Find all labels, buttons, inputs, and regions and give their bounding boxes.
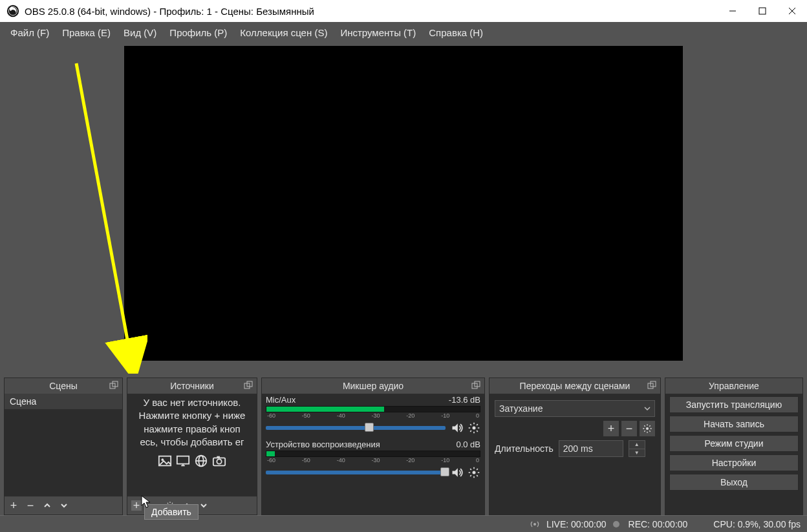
svg-point-33	[533, 523, 536, 526]
duration-spinner[interactable]: ▲▼	[629, 440, 645, 457]
scenes-toolbar: + −	[5, 496, 122, 515]
dock-mixer-title: Микшер аудио	[343, 381, 404, 391]
speaker-icon[interactable]	[451, 421, 464, 434]
menu-scene-collection[interactable]: Коллекция сцен (S)	[235, 25, 332, 41]
scene-remove-button[interactable]: −	[25, 500, 36, 511]
window-title: OBS 25.0.8 (64-bit, windows) - Профиль: …	[25, 6, 314, 17]
app-window: OBS 25.0.8 (64-bit, windows) - Профиль: …	[0, 0, 807, 532]
scene-add-button[interactable]: +	[8, 500, 19, 511]
popout-icon[interactable]	[471, 381, 480, 390]
menu-profile[interactable]: Профиль (P)	[164, 25, 232, 41]
dock-scenes: Сцены Сцена + −	[4, 378, 123, 515]
dock-transitions-header: Переходы между сценами	[490, 378, 660, 394]
sources-empty-help: У вас нет источников. Нажмите кнопку + н…	[127, 394, 257, 451]
transition-properties-button[interactable]	[640, 421, 655, 436]
dock-sources-title: Источники	[170, 381, 214, 391]
status-cpu: CPU: 0.9%, 30.00 fps	[713, 519, 801, 529]
svg-rect-3	[759, 8, 766, 14]
dock-transitions-title: Переходы между сценами	[520, 381, 630, 391]
popout-icon[interactable]	[244, 381, 253, 390]
menu-edit[interactable]: Правка (E)	[57, 25, 116, 41]
monitor-icon	[175, 454, 191, 468]
source-add-button[interactable]: +	[131, 500, 142, 511]
globe-icon	[193, 454, 209, 468]
sources-hint-icons	[127, 454, 257, 468]
svg-marker-26	[453, 423, 458, 432]
obs-logo-icon	[6, 5, 19, 17]
menu-tools[interactable]: Инструменты (T)	[335, 25, 421, 41]
mixer-channel-mic: Mic/Aux-13.6 dB -60-50-40-30-20-100	[262, 394, 484, 438]
docks-row: Сцены Сцена + − Источники У вас нет исто…	[0, 378, 807, 515]
status-rec: REC: 00:00:00	[629, 519, 688, 529]
popout-icon[interactable]	[647, 381, 656, 390]
start-recording-button[interactable]: Начать запись	[669, 416, 799, 432]
mixer-ticks: -60-50-40-30-20-100	[266, 457, 480, 463]
close-button[interactable]	[777, 0, 807, 22]
menubar: Файл (F) Правка (E) Вид (V) Профиль (P) …	[0, 22, 807, 43]
speaker-icon[interactable]	[451, 466, 464, 479]
svg-marker-28	[453, 468, 458, 476]
popout-icon[interactable]	[109, 381, 118, 390]
mixer-ch1-slider[interactable]	[266, 426, 446, 430]
menu-file[interactable]: Файл (F)	[5, 25, 54, 41]
dock-scenes-header: Сцены	[5, 378, 122, 394]
exit-button[interactable]: Выход	[669, 474, 799, 491]
svg-point-27	[473, 427, 476, 430]
sources-list[interactable]: У вас нет источников. Нажмите кнопку + н…	[127, 394, 257, 496]
cursor-icon	[141, 495, 153, 509]
mixer-ch1-name: Mic/Aux	[266, 395, 296, 405]
scene-down-button[interactable]	[59, 500, 69, 511]
dock-mixer-header: Микшер аудио	[262, 378, 484, 394]
svg-rect-14	[177, 456, 189, 464]
dock-scenes-title: Сцены	[49, 381, 78, 391]
menu-help[interactable]: Справка (H)	[424, 25, 488, 41]
transition-add-button[interactable]: +	[603, 421, 619, 436]
dock-mixer: Микшер аудио Mic/Aux-13.6 dB -60-50-40-3…	[261, 378, 485, 515]
dock-controls: Управление Запустить трансляцию Начать з…	[665, 378, 803, 515]
dock-transitions: Переходы между сценами Затухание + −	[489, 378, 661, 515]
image-icon	[157, 454, 173, 468]
mixer-ch2-meter	[266, 451, 480, 457]
broadcast-icon	[530, 519, 540, 529]
mixer-channel-desktop: Устройство воспроизведения0.0 dB -60-50-…	[262, 438, 484, 483]
menu-view[interactable]: Вид (V)	[118, 25, 162, 41]
mixer-ch1-db: -13.6 dB	[449, 395, 480, 405]
status-live: LIVE: 00:00:00	[546, 519, 607, 529]
chevron-down-icon	[644, 405, 651, 412]
maximize-button[interactable]	[748, 0, 777, 22]
duration-label: Длительность	[495, 443, 554, 454]
transition-select[interactable]: Затухание	[495, 400, 655, 417]
rec-dot-icon	[613, 521, 619, 527]
minimize-button[interactable]	[718, 0, 748, 22]
scene-up-button[interactable]	[42, 500, 52, 511]
statusbar: LIVE: 00:00:00 REC: 00:00:00 CPU: 0.9%, …	[0, 515, 807, 532]
transition-remove-button[interactable]: −	[621, 421, 637, 436]
duration-input[interactable]: 200 ms	[559, 440, 623, 457]
dock-controls-header: Управление	[665, 378, 802, 394]
scene-item[interactable]: Сцена	[5, 394, 122, 409]
scenes-list[interactable]: Сцена	[5, 394, 122, 496]
gear-icon[interactable]	[468, 466, 480, 479]
dock-controls-title: Управление	[709, 381, 759, 391]
svg-point-21	[217, 459, 221, 463]
preview-canvas[interactable]	[124, 46, 683, 361]
source-down-button[interactable]	[199, 500, 209, 511]
svg-rect-22	[217, 456, 220, 458]
titlebar: OBS 25.0.8 (64-bit, windows) - Профиль: …	[0, 0, 807, 22]
studio-mode-button[interactable]: Режим студии	[669, 435, 799, 452]
svg-point-32	[646, 427, 649, 430]
mixer-ch2-db: 0.0 dB	[456, 440, 480, 449]
mixer-ch1-meter	[266, 406, 480, 412]
svg-point-29	[473, 471, 476, 474]
start-streaming-button[interactable]: Запустить трансляцию	[669, 396, 799, 413]
dock-sources-header: Источники	[127, 378, 257, 394]
svg-line-7	[76, 63, 131, 361]
svg-marker-34	[142, 496, 150, 507]
mixer-ticks: -60-50-40-30-20-100	[266, 412, 480, 419]
controls-body: Запустить трансляцию Начать запись Режим…	[665, 394, 802, 515]
gear-icon[interactable]	[468, 421, 480, 434]
mixer-body: Mic/Aux-13.6 dB -60-50-40-30-20-100 Устр…	[262, 394, 484, 515]
mixer-ch2-slider[interactable]	[266, 471, 446, 474]
settings-button[interactable]: Настройки	[669, 454, 799, 471]
camera-icon	[211, 454, 227, 468]
